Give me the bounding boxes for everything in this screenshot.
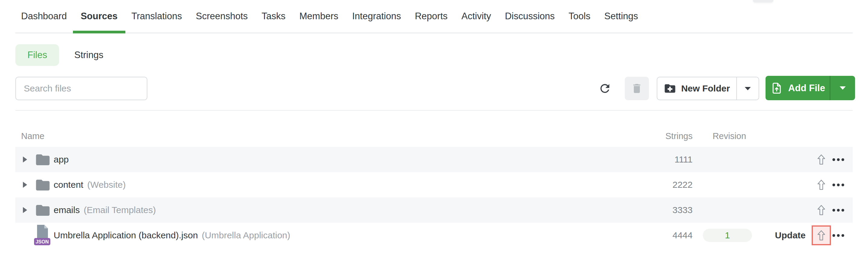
nav-sources[interactable]: Sources bbox=[81, 0, 118, 33]
tab-files[interactable]: Files bbox=[16, 44, 59, 66]
upload-arrow-icon bbox=[816, 230, 827, 241]
table-row-content[interactable]: content (Website) 2222 bbox=[16, 172, 852, 197]
new-folder-label: New Folder bbox=[681, 83, 730, 94]
trash-icon bbox=[631, 82, 643, 95]
folder-note: (Website) bbox=[87, 180, 126, 190]
nav-integrations[interactable]: Integrations bbox=[352, 0, 401, 33]
toolbar-divider bbox=[16, 110, 852, 111]
table-row-app[interactable]: app 1111 bbox=[16, 147, 852, 172]
nav-dashboard[interactable]: Dashboard bbox=[21, 0, 67, 33]
delete-button[interactable] bbox=[625, 77, 649, 100]
chevron-down-icon bbox=[840, 86, 846, 90]
main-nav: Dashboard Sources Translations Screensho… bbox=[16, 0, 852, 33]
file-name[interactable]: Umbrella Application (backend).json bbox=[54, 230, 198, 241]
nav-translations[interactable]: Translations bbox=[131, 0, 182, 33]
chevron-down-icon bbox=[745, 87, 751, 90]
folder-note: (Email Templates) bbox=[84, 205, 156, 215]
file-table: app 1111 content (Website) 2222 bbox=[16, 147, 852, 248]
folder-plus-icon bbox=[664, 82, 676, 95]
upload-arrow-icon bbox=[816, 179, 827, 190]
search-input[interactable] bbox=[16, 77, 147, 100]
more-menu-button[interactable] bbox=[828, 147, 849, 172]
add-file-main[interactable]: Add File bbox=[766, 76, 830, 100]
strings-count: 1111 bbox=[618, 147, 692, 172]
nav-screenshots[interactable]: Screenshots bbox=[196, 0, 248, 33]
column-header-revision: Revision bbox=[707, 132, 752, 141]
nav-reports[interactable]: Reports bbox=[415, 0, 447, 33]
nav-activity[interactable]: Activity bbox=[461, 0, 491, 33]
more-menu-button[interactable] bbox=[828, 197, 849, 223]
folder-name[interactable]: content bbox=[54, 180, 83, 190]
add-file-dropdown-toggle[interactable] bbox=[830, 76, 855, 100]
nav-members[interactable]: Members bbox=[299, 0, 338, 33]
new-folder-main[interactable]: New Folder bbox=[657, 77, 736, 100]
new-folder-dropdown-toggle[interactable] bbox=[736, 77, 758, 100]
table-row-emails[interactable]: emails (Email Templates) 3333 bbox=[16, 197, 852, 223]
more-menu-button[interactable] bbox=[828, 172, 849, 197]
column-header-strings: Strings bbox=[633, 132, 692, 141]
strings-count: 4444 bbox=[618, 223, 692, 248]
nav-discussions[interactable]: Discussions bbox=[505, 0, 555, 33]
folder-name[interactable]: emails bbox=[54, 205, 80, 215]
expand-caret-icon[interactable] bbox=[23, 156, 27, 162]
tab-strings[interactable]: Strings bbox=[74, 44, 103, 66]
add-file-label: Add File bbox=[788, 83, 825, 94]
new-folder-button[interactable]: New Folder bbox=[657, 77, 759, 100]
json-file-icon: JSON bbox=[33, 225, 51, 246]
folder-name[interactable]: app bbox=[54, 154, 69, 164]
nav-tools[interactable]: Tools bbox=[569, 0, 590, 33]
more-menu-button[interactable] bbox=[828, 223, 849, 248]
expand-caret-icon[interactable] bbox=[23, 207, 27, 213]
sources-files-page: Dashboard Sources Translations Screensho… bbox=[0, 0, 868, 257]
update-link[interactable]: Update bbox=[754, 223, 806, 248]
svg-text:JSON: JSON bbox=[36, 239, 49, 244]
folder-icon bbox=[35, 177, 51, 193]
nav-tasks[interactable]: Tasks bbox=[261, 0, 285, 33]
add-file-button[interactable]: Add File bbox=[766, 76, 855, 100]
nav-settings[interactable]: Settings bbox=[604, 0, 638, 33]
table-row-umbrella-json[interactable]: JSON Umbrella Application (backend).json… bbox=[16, 223, 852, 248]
refresh-button[interactable] bbox=[594, 78, 616, 99]
expand-caret-icon[interactable] bbox=[23, 182, 27, 188]
view-tabs: Files Strings bbox=[16, 44, 103, 66]
folder-icon bbox=[35, 152, 51, 168]
folder-icon bbox=[35, 202, 51, 218]
file-upload-icon bbox=[770, 81, 783, 95]
strings-count: 2222 bbox=[618, 172, 692, 197]
revision-badge[interactable]: 1 bbox=[703, 229, 752, 242]
strings-count: 3333 bbox=[618, 197, 692, 223]
column-header-name: Name bbox=[21, 132, 44, 141]
refresh-icon bbox=[598, 82, 612, 95]
upload-arrow-icon bbox=[816, 154, 827, 165]
upload-arrow-icon bbox=[816, 204, 827, 216]
file-note: (Umbrella Application) bbox=[202, 230, 290, 241]
